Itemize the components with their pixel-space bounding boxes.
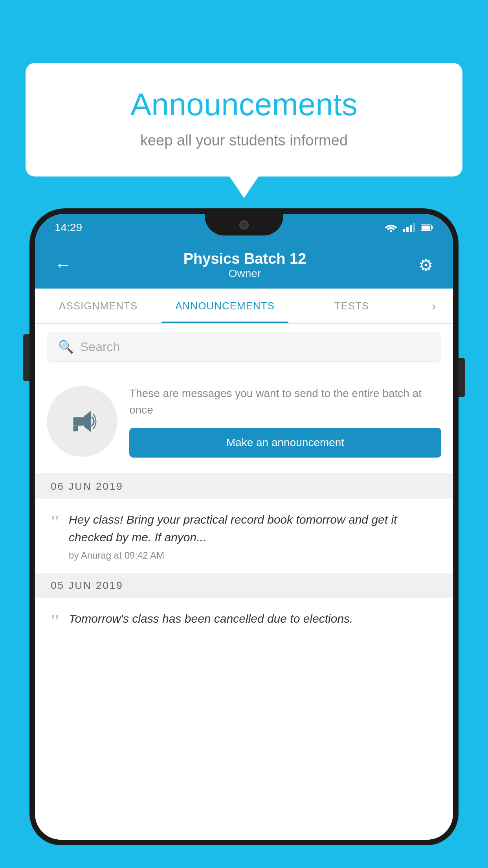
svg-rect-7 (422, 226, 430, 230)
back-button[interactable]: ← (55, 256, 71, 274)
signal-icon (403, 223, 415, 232)
speech-bubble: Announcements keep all your students inf… (26, 63, 462, 177)
bubble-title: Announcements (57, 86, 431, 123)
settings-icon[interactable]: ⚙ (418, 256, 433, 275)
speech-bubble-container: Announcements keep all your students inf… (26, 63, 462, 177)
tab-assignments[interactable]: ASSIGNMENTS (35, 289, 161, 323)
svg-rect-3 (410, 225, 412, 232)
make-announcement-button[interactable]: Make an announcement (129, 428, 441, 458)
wifi-icon (385, 223, 397, 232)
announcement-meta-1: by Anurag at 09:42 AM (69, 550, 441, 561)
svg-rect-4 (413, 223, 415, 232)
svg-rect-1 (403, 229, 405, 232)
notch (205, 214, 283, 235)
status-time: 14:29 (55, 221, 82, 234)
header-title: Physics Batch 12 (183, 250, 306, 267)
promo-description: These are messages you want to send to t… (129, 385, 441, 418)
date-separator-2: 05 JUN 2019 (35, 573, 453, 598)
phone-outer: 14:29 (29, 208, 459, 845)
header-subtitle: Owner (183, 267, 306, 280)
bubble-subtitle: keep all your students informed (57, 132, 431, 149)
announcement-content-1: Hey class! Bring your practical record b… (69, 511, 441, 561)
search-placeholder: Search (80, 340, 120, 354)
svg-point-0 (390, 230, 392, 232)
announcement-text-2: Tomorrow's class has been cancelled due … (69, 610, 441, 627)
announcement-content-2: Tomorrow's class has been cancelled due … (69, 610, 441, 631)
date-separator-1: 06 JUN 2019 (35, 474, 453, 499)
megaphone-icon (64, 404, 100, 439)
announcement-item-1[interactable]: " Hey class! Bring your practical record… (35, 499, 453, 573)
tabs-container: ASSIGNMENTS ANNOUNCEMENTS TESTS › (35, 289, 453, 324)
battery-icon (421, 223, 433, 232)
svg-rect-6 (431, 226, 433, 229)
tab-announcements[interactable]: ANNOUNCEMENTS (161, 289, 288, 323)
promo-section: These are messages you want to send to t… (35, 370, 453, 474)
megaphone-circle (47, 386, 117, 457)
status-bar: 14:29 (35, 214, 453, 241)
header-center: Physics Batch 12 Owner (183, 250, 306, 280)
date-label-2: 05 JUN 2019 (51, 579, 123, 591)
svg-rect-2 (406, 227, 409, 232)
tab-more[interactable]: › (415, 289, 453, 323)
phone-screen: 14:29 (35, 214, 453, 840)
camera-dot (239, 220, 249, 230)
search-bar[interactable]: 🔍 Search (47, 332, 441, 362)
announcement-item-2[interactable]: " Tomorrow's class has been cancelled du… (35, 598, 453, 640)
quote-icon-2: " (51, 611, 59, 633)
date-label-1: 06 JUN 2019 (51, 480, 123, 492)
app-header: ← Physics Batch 12 Owner ⚙ (35, 241, 453, 289)
quote-icon-1: " (51, 512, 59, 533)
announcement-text-1: Hey class! Bring your practical record b… (69, 511, 441, 546)
search-icon: 🔍 (58, 339, 74, 354)
tab-tests[interactable]: TESTS (288, 289, 415, 323)
status-icons (385, 223, 433, 232)
svg-rect-8 (73, 417, 84, 426)
search-container: 🔍 Search (35, 324, 453, 370)
promo-right: These are messages you want to send to t… (129, 385, 441, 458)
phone-wrapper: 14:29 (29, 208, 459, 868)
